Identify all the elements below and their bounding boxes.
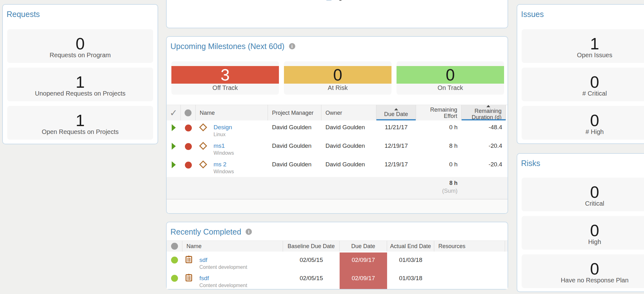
milestones-sum-row: 8 h (Sum) (167, 177, 508, 199)
stat-value: 0 (76, 36, 85, 52)
cell-resources (438, 252, 501, 256)
completed-row-fsdf[interactable]: fsdf Content development 02/05/15 02/09/… (167, 271, 508, 289)
header-owner[interactable]: Owner (321, 105, 376, 120)
dashboard-page: { "requests_panel": { "title": "Requests… (0, 0, 644, 294)
stat-high-risks[interactable]: 0 High (522, 216, 644, 250)
milestone-row-ms1[interactable]: ms1 Windows David Goulden David Goulden … (167, 140, 508, 158)
milestone-project: Windows (214, 169, 234, 175)
expand-row-icon[interactable] (172, 124, 176, 131)
risks-panel: Risks 0 Critical 0 High 0 Have no Respon… (517, 153, 644, 292)
sort-ascending-icon (394, 108, 398, 110)
recent-grid-body: sdf Content development 02/05/15 02/09/1… (167, 252, 508, 289)
stat-critical-issues[interactable]: 0 # Critical (522, 68, 644, 101)
recent-grid: Name Baseline Due Date Due Date Actual E… (167, 241, 508, 289)
stat-critical-risks[interactable]: 0 Critical (522, 178, 644, 211)
milestone-row-ms2[interactable]: ms 2 Windows David Goulden David Goulden… (167, 158, 508, 177)
info-icon[interactable]: i (289, 43, 295, 49)
header-label: Name (186, 243, 202, 249)
cell-due-date-late: 02/09/17 (344, 252, 383, 264)
header-baseline-due-date[interactable]: Baseline Due Date (283, 241, 340, 252)
cell-due-date-late: 02/09/17 (344, 271, 383, 282)
stat-value: 1 (76, 112, 85, 129)
header-state-column[interactable] (181, 105, 196, 120)
stat-value: 1 (76, 74, 85, 90)
task-link[interactable]: fsdf (199, 275, 209, 281)
top-panel-artifact-blue (326, 0, 331, 1)
cell-resources (438, 271, 501, 275)
stat-open-issues[interactable]: 1 Open Issues (522, 29, 644, 63)
milestone-link[interactable]: ms1 (214, 142, 225, 149)
stat-open-requests-on-projects[interactable]: 1 Open Requests on Projects (7, 106, 153, 140)
header-remaining-duration[interactable]: Remaining Duration (d) (462, 105, 506, 120)
header-project-manager[interactable]: Project Manager (268, 105, 321, 120)
task-project: Content development (199, 264, 247, 270)
header-label: Name (200, 110, 215, 116)
header-name[interactable]: Name (196, 105, 268, 120)
stat-label: # Critical (582, 90, 607, 97)
cell-remaining-duration: -20.4 (466, 140, 502, 150)
recently-completed-title-text: Recently Completed (170, 227, 241, 236)
header-resources[interactable]: Resources (434, 241, 505, 252)
header-filler (505, 241, 508, 252)
stat-label: High (588, 238, 601, 246)
header-label: Owner (325, 110, 342, 116)
task-link[interactable]: sdf (199, 257, 207, 263)
milestone-status-tiles: 3 Off Track 0 At Risk 0 On Track (171, 61, 509, 95)
expand-row-icon[interactable] (172, 143, 176, 150)
stat-unopened-requests-on-projects[interactable]: 1 Unopened Requests on Projects (7, 68, 153, 101)
stat-label: # High (586, 128, 604, 136)
tile-label: Off Track (171, 84, 279, 95)
cell-project-manager: David Goulden (272, 121, 317, 131)
cell-remaining-effort: 8 h (420, 140, 458, 150)
recently-completed-title: Recently Completedi (170, 227, 252, 236)
milestone-link[interactable]: Design (214, 124, 232, 130)
stat-label: Unopened Requests on Projects (35, 90, 125, 97)
header-label: Resources (438, 243, 465, 249)
requests-panel-title: Requests (7, 10, 40, 19)
header-select-column[interactable]: ✓ (167, 105, 181, 120)
stat-label: Open Requests on Projects (42, 128, 119, 136)
stat-high-issues[interactable]: 0 # High (522, 106, 644, 140)
milestone-project: Linux (214, 131, 232, 138)
risks-panel-title: Risks (521, 159, 540, 168)
header-due-date[interactable]: Due Date (376, 105, 416, 120)
header-label: Remaining Effort (420, 107, 457, 119)
tile-value: 0 (446, 65, 455, 84)
tile-at-risk[interactable]: 0 At Risk (284, 61, 391, 95)
header-actual-end-date[interactable]: Actual End Date (387, 241, 434, 252)
tile-on-track-bar: 0 (397, 66, 504, 84)
completed-row-sdf[interactable]: sdf Content development 02/05/15 02/09/1… (167, 252, 508, 271)
header-due-date[interactable]: Due Date (340, 241, 387, 252)
milestones-grid-header: ✓ Name Project Manager Owner Due Date Re… (167, 105, 508, 120)
stat-requests-on-program[interactable]: 0 Requests on Program (7, 29, 153, 63)
header-label: Remaining Duration (d) (466, 108, 502, 120)
expand-row-icon[interactable] (172, 161, 176, 168)
header-remaining-effort[interactable]: Remaining Effort (416, 105, 462, 120)
cell-remaining-duration: -48.4 (466, 121, 502, 131)
milestone-icon (199, 160, 207, 168)
task-clipboard-icon (186, 274, 192, 281)
tile-off-track[interactable]: 3 Off Track (171, 61, 279, 95)
status-green-icon (171, 275, 178, 282)
milestone-row-design[interactable]: Design Linux David Goulden David Goulden… (167, 121, 508, 140)
tile-on-track[interactable]: 0 On Track (397, 61, 504, 95)
header-name[interactable]: Name (182, 241, 283, 252)
tile-label: At Risk (284, 84, 391, 95)
cell-remaining-effort: 0 h (420, 121, 458, 131)
upcoming-milestones-title-text: Upcoming Milestones (Next 60d) (170, 42, 285, 51)
requests-panel: Requests 0 Requests on Program 1 Unopene… (2, 4, 158, 144)
status-red-icon (185, 143, 192, 150)
header-state-column[interactable] (167, 241, 182, 252)
stat-no-response-plan[interactable]: 0 Have no Response Plan (522, 254, 644, 288)
state-circle-icon (171, 243, 178, 250)
header-label: Due Date (384, 111, 408, 117)
task-project: Content development (199, 282, 247, 289)
milestone-icon (199, 142, 207, 150)
issues-panel: Issues 1 Open Issues 0 # Critical 0 # Hi… (517, 4, 644, 144)
cell-remaining-effort: 0 h (420, 158, 458, 168)
milestone-link[interactable]: ms 2 (214, 161, 226, 168)
cell-due-date: 12/19/17 (380, 140, 412, 150)
info-icon[interactable]: i (246, 229, 252, 235)
issues-panel-title: Issues (521, 10, 544, 19)
stat-value: 0 (590, 184, 599, 200)
